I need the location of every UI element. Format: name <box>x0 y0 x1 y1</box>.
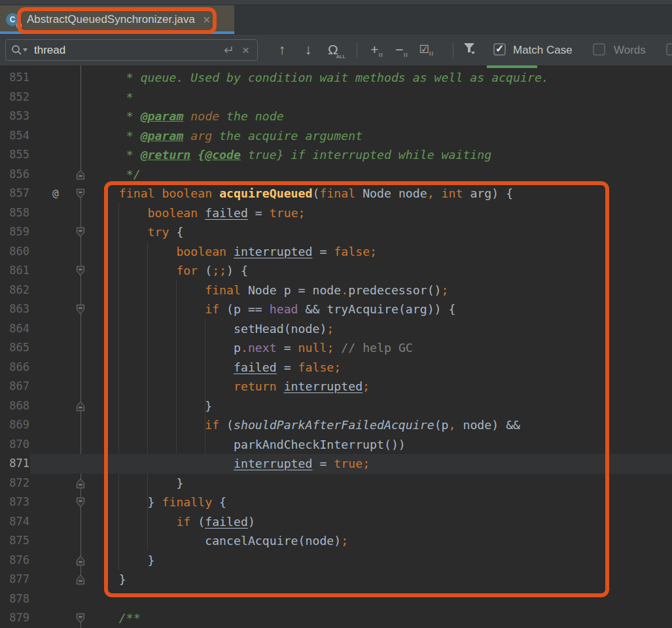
code-text: if (failed) <box>90 512 255 532</box>
line-number: 857 <box>0 184 29 203</box>
new-line-icon[interactable]: ↵ <box>224 43 234 58</box>
code-line[interactable]: 868 } <box>0 396 672 416</box>
fold-start-icon[interactable] <box>76 497 85 508</box>
code-line[interactable]: 858 boolean failed = true; <box>0 203 672 223</box>
code-line[interactable]: 874 if (failed) <box>0 512 672 532</box>
line-number: 874 <box>0 512 29 532</box>
fold-start-icon[interactable] <box>76 304 85 315</box>
next-occurrence-button[interactable]: ↓ <box>298 41 318 58</box>
line-number: 852 <box>0 88 29 107</box>
line-number: 873 <box>0 493 29 512</box>
match-case-label[interactable]: Match Case <box>513 44 573 57</box>
remove-selection-occurrence-button[interactable]: −II <box>390 41 414 61</box>
code-line[interactable]: 859 try { <box>0 222 672 242</box>
code-text: setHead(node); <box>90 319 334 339</box>
tab-close-icon[interactable]: × <box>203 13 211 26</box>
code-text: } <box>90 551 155 570</box>
code-line[interactable]: 860 boolean interrupted = false; <box>0 242 672 262</box>
search-query-text[interactable]: thread <box>34 44 224 57</box>
line-number: 862 <box>0 281 29 300</box>
code-line[interactable]: 861 for (;;) { <box>0 261 672 281</box>
code-line[interactable]: 862 final Node p = node.predecessor(); <box>0 281 672 300</box>
line-number: 870 <box>0 435 29 455</box>
code-text: boolean interrupted = false; <box>90 242 377 262</box>
line-number: 854 <box>0 126 29 146</box>
code-line[interactable]: 854 * @param arg the acquire argument <box>0 126 672 146</box>
line-number: 855 <box>0 145 29 165</box>
code-line[interactable]: 875 cancelAcquire(node); <box>0 531 672 551</box>
code-line[interactable]: 877 } <box>0 570 672 589</box>
code-text: if (p == head && tryAcquire(arg)) { <box>90 300 455 319</box>
code-line[interactable]: 852 * <box>0 88 672 107</box>
code-text: } finally { <box>90 493 226 512</box>
regex-checkbox-partial[interactable] <box>666 43 672 56</box>
code-text: * @return {@code true} if interrupted wh… <box>90 145 491 165</box>
fold-start-icon[interactable] <box>76 188 85 199</box>
code-text: boolean failed = true; <box>90 203 306 223</box>
code-line[interactable]: 869 if (shouldParkAfterFailedAcquire(p, … <box>0 415 672 435</box>
add-selection-occurrence-button[interactable]: +II <box>365 41 389 61</box>
line-number: 867 <box>0 377 29 396</box>
match-case-checkbox[interactable]: ✓ <box>493 43 506 56</box>
tab-title: AbstractQueuedSynchronizer.java <box>27 13 195 26</box>
code-text: * queue. Used by condition wait methods … <box>90 68 549 88</box>
code-text: } <box>90 570 126 589</box>
line-number: 853 <box>0 107 29 126</box>
find-toolbar: thread ↵ × ↑ ↓ ΩALL +II −II ☑II ✓ Match … <box>0 34 672 65</box>
code-text: * <box>90 88 133 107</box>
search-input[interactable]: thread ↵ × <box>5 39 258 61</box>
fold-end-icon[interactable] <box>76 478 85 489</box>
code-line[interactable]: 866 failed = false; <box>0 358 672 377</box>
code-line[interactable]: 856 */ <box>0 165 672 184</box>
code-editor[interactable]: 851 * queue. Used by condition wait meth… <box>0 65 672 628</box>
fold-end-icon[interactable] <box>76 574 85 585</box>
code-line[interactable]: 857@ final boolean acquireQueued(final N… <box>0 184 672 203</box>
code-line[interactable]: 879 /** <box>0 608 672 628</box>
line-number: 872 <box>0 474 29 493</box>
line-number: 863 <box>0 300 29 319</box>
code-line[interactable]: 865 p.next = null; // help GC <box>0 338 672 358</box>
line-number: 856 <box>0 165 29 184</box>
line-number: 869 <box>0 415 29 435</box>
fold-start-icon[interactable] <box>76 227 85 237</box>
code-line[interactable]: 876 } <box>0 551 672 570</box>
fold-end-icon[interactable] <box>76 169 85 180</box>
words-checkbox[interactable] <box>593 43 605 56</box>
code-line[interactable]: 870 parkAndCheckInterrupt()) <box>0 435 672 455</box>
code-line[interactable]: 851 * queue. Used by condition wait meth… <box>0 68 672 88</box>
fold-end-icon[interactable] <box>76 555 85 566</box>
previous-occurrence-button[interactable]: ↑ <box>272 41 292 58</box>
code-line[interactable]: 871 interrupted = true; <box>0 454 672 474</box>
line-number: 878 <box>0 589 29 609</box>
fold-end-icon[interactable] <box>76 401 85 411</box>
words-label[interactable]: Words <box>614 44 646 57</box>
code-text: return interrupted; <box>90 377 370 396</box>
search-history-icon <box>22 48 28 52</box>
line-number: 866 <box>0 358 29 377</box>
line-number: 861 <box>0 261 29 281</box>
external-annotation-icon[interactable]: @ <box>52 184 59 203</box>
tab-abstractqueuedsynchronizer[interactable]: C AbstractQueuedSynchronizer.java × <box>0 5 234 34</box>
code-line[interactable]: 853 * @param node the node <box>0 107 672 126</box>
code-line[interactable]: 863 if (p == head && tryAcquire(arg)) { <box>0 300 672 319</box>
code-text: * @param node the node <box>90 107 284 126</box>
code-line[interactable]: 864 setHead(node); <box>0 319 672 339</box>
find-all-button[interactable]: ΩALL <box>325 41 351 61</box>
line-number: 860 <box>0 242 29 262</box>
fold-start-icon[interactable] <box>76 613 85 623</box>
code-line[interactable]: 855 * @return {@code true} if interrupte… <box>0 145 672 165</box>
clear-search-icon[interactable]: × <box>242 43 249 58</box>
line-number: 865 <box>0 338 29 358</box>
code-text: * @param arg the acquire argument <box>90 126 363 146</box>
search-icon[interactable] <box>11 44 28 56</box>
code-line[interactable]: 872 } <box>0 474 672 493</box>
select-all-occurrences-button[interactable]: ☑II <box>415 41 438 60</box>
line-number: 875 <box>0 531 29 551</box>
code-line[interactable]: 878 <box>0 589 672 609</box>
code-line[interactable]: 867 return interrupted; <box>0 377 672 396</box>
line-number: 859 <box>0 222 29 242</box>
filter-icon[interactable] <box>459 41 479 58</box>
fold-start-icon[interactable] <box>76 266 85 276</box>
code-line[interactable]: 873 } finally { <box>0 493 672 512</box>
code-text: try { <box>90 222 183 242</box>
